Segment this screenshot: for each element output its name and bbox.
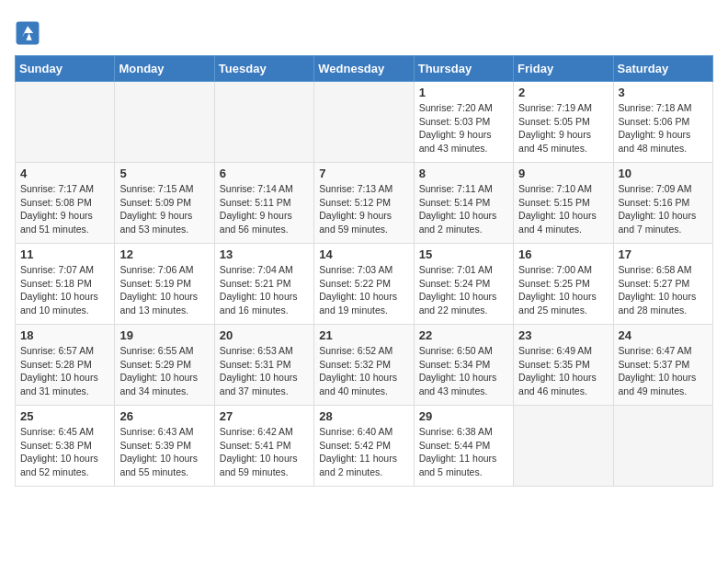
day-number: 20 <box>220 328 309 342</box>
logo <box>15 20 44 46</box>
calendar-cell: 18Sunrise: 6:57 AMSunset: 5:28 PMDayligh… <box>16 325 115 406</box>
day-info: Sunrise: 6:58 AMSunset: 5:27 PMDaylight:… <box>619 263 708 317</box>
calendar-header-thursday: Thursday <box>414 56 513 82</box>
day-number: 27 <box>220 409 309 423</box>
calendar-week-4: 18Sunrise: 6:57 AMSunset: 5:28 PMDayligh… <box>16 325 713 406</box>
calendar-cell <box>115 82 214 163</box>
calendar-cell: 22Sunrise: 6:50 AMSunset: 5:34 PMDayligh… <box>414 325 513 406</box>
day-info: Sunrise: 6:45 AMSunset: 5:38 PMDaylight:… <box>20 425 109 479</box>
day-number: 12 <box>119 247 209 261</box>
calendar-cell: 25Sunrise: 6:45 AMSunset: 5:38 PMDayligh… <box>16 406 115 487</box>
day-number: 7 <box>319 167 408 180</box>
calendar-header-saturday: Saturday <box>613 56 712 82</box>
day-number: 14 <box>319 247 408 261</box>
day-number: 1 <box>419 86 508 99</box>
day-info: Sunrise: 6:40 AMSunset: 5:42 PMDaylight:… <box>319 425 408 479</box>
calendar-cell: 6Sunrise: 7:14 AMSunset: 5:11 PMDaylight… <box>214 163 313 244</box>
day-info: Sunrise: 7:20 AMSunset: 5:03 PMDaylight:… <box>419 101 508 155</box>
day-number: 3 <box>619 86 708 99</box>
calendar-week-3: 11Sunrise: 7:07 AMSunset: 5:18 PMDayligh… <box>16 244 713 325</box>
calendar-week-2: 4Sunrise: 7:17 AMSunset: 5:08 PMDaylight… <box>16 163 713 244</box>
day-info: Sunrise: 6:47 AMSunset: 5:37 PMDaylight:… <box>619 344 708 398</box>
calendar-cell: 14Sunrise: 7:03 AMSunset: 5:22 PMDayligh… <box>314 244 414 325</box>
day-number: 17 <box>619 247 708 261</box>
calendar-cell: 12Sunrise: 7:06 AMSunset: 5:19 PMDayligh… <box>115 244 214 325</box>
day-number: 25 <box>20 409 109 423</box>
calendar-header-monday: Monday <box>115 56 214 82</box>
day-number: 15 <box>419 247 508 261</box>
day-info: Sunrise: 6:55 AMSunset: 5:29 PMDaylight:… <box>119 344 209 398</box>
calendar-cell: 24Sunrise: 6:47 AMSunset: 5:37 PMDayligh… <box>613 325 712 406</box>
day-info: Sunrise: 7:19 AMSunset: 5:05 PMDaylight:… <box>518 101 608 155</box>
day-info: Sunrise: 6:50 AMSunset: 5:34 PMDaylight:… <box>419 344 508 398</box>
calendar-cell: 8Sunrise: 7:11 AMSunset: 5:14 PMDaylight… <box>414 163 513 244</box>
day-number: 19 <box>119 328 209 342</box>
day-info: Sunrise: 6:57 AMSunset: 5:28 PMDaylight:… <box>20 344 109 398</box>
page-header <box>15 15 713 46</box>
calendar-cell: 7Sunrise: 7:13 AMSunset: 5:12 PMDaylight… <box>314 163 414 244</box>
calendar-cell: 1Sunrise: 7:20 AMSunset: 5:03 PMDaylight… <box>414 82 513 163</box>
day-number: 4 <box>20 167 109 180</box>
calendar-cell: 28Sunrise: 6:40 AMSunset: 5:42 PMDayligh… <box>314 406 414 487</box>
logo-icon <box>15 20 40 46</box>
calendar-cell <box>314 82 414 163</box>
day-info: Sunrise: 6:49 AMSunset: 5:35 PMDaylight:… <box>518 344 608 398</box>
calendar-cell: 16Sunrise: 7:00 AMSunset: 5:25 PMDayligh… <box>514 244 613 325</box>
calendar-header-row: SundayMondayTuesdayWednesdayThursdayFrid… <box>16 56 713 82</box>
calendar-table: SundayMondayTuesdayWednesdayThursdayFrid… <box>15 55 713 487</box>
day-info: Sunrise: 7:10 AMSunset: 5:15 PMDaylight:… <box>518 182 608 236</box>
calendar-header-sunday: Sunday <box>16 56 115 82</box>
calendar-cell: 4Sunrise: 7:17 AMSunset: 5:08 PMDaylight… <box>16 163 115 244</box>
day-info: Sunrise: 7:15 AMSunset: 5:09 PMDaylight:… <box>119 182 209 236</box>
calendar-cell: 17Sunrise: 6:58 AMSunset: 5:27 PMDayligh… <box>613 244 712 325</box>
day-number: 9 <box>518 167 608 180</box>
calendar-cell: 5Sunrise: 7:15 AMSunset: 5:09 PMDaylight… <box>115 163 214 244</box>
day-number: 13 <box>220 247 309 261</box>
calendar-header-friday: Friday <box>514 56 613 82</box>
calendar-header-wednesday: Wednesday <box>314 56 414 82</box>
day-info: Sunrise: 7:13 AMSunset: 5:12 PMDaylight:… <box>319 182 408 236</box>
calendar-cell: 11Sunrise: 7:07 AMSunset: 5:18 PMDayligh… <box>16 244 115 325</box>
calendar-cell: 26Sunrise: 6:43 AMSunset: 5:39 PMDayligh… <box>115 406 214 487</box>
day-info: Sunrise: 7:17 AMSunset: 5:08 PMDaylight:… <box>20 182 109 236</box>
day-number: 2 <box>518 86 608 99</box>
calendar-cell: 10Sunrise: 7:09 AMSunset: 5:16 PMDayligh… <box>613 163 712 244</box>
day-number: 29 <box>419 409 508 423</box>
calendar-cell: 27Sunrise: 6:42 AMSunset: 5:41 PMDayligh… <box>214 406 313 487</box>
day-number: 23 <box>518 328 608 342</box>
day-number: 28 <box>319 409 408 423</box>
day-info: Sunrise: 7:11 AMSunset: 5:14 PMDaylight:… <box>419 182 508 236</box>
day-info: Sunrise: 7:09 AMSunset: 5:16 PMDaylight:… <box>619 182 708 236</box>
day-number: 5 <box>119 167 209 180</box>
calendar-cell: 2Sunrise: 7:19 AMSunset: 5:05 PMDaylight… <box>514 82 613 163</box>
day-number: 24 <box>619 328 708 342</box>
calendar-cell: 15Sunrise: 7:01 AMSunset: 5:24 PMDayligh… <box>414 244 513 325</box>
calendar-cell: 20Sunrise: 6:53 AMSunset: 5:31 PMDayligh… <box>214 325 313 406</box>
calendar-week-5: 25Sunrise: 6:45 AMSunset: 5:38 PMDayligh… <box>16 406 713 487</box>
calendar-cell <box>16 82 115 163</box>
day-info: Sunrise: 7:01 AMSunset: 5:24 PMDaylight:… <box>419 263 508 317</box>
calendar-cell <box>613 406 712 487</box>
day-info: Sunrise: 7:00 AMSunset: 5:25 PMDaylight:… <box>518 263 608 317</box>
calendar-cell: 13Sunrise: 7:04 AMSunset: 5:21 PMDayligh… <box>214 244 313 325</box>
day-info: Sunrise: 6:43 AMSunset: 5:39 PMDaylight:… <box>119 425 209 479</box>
day-number: 16 <box>518 247 608 261</box>
day-info: Sunrise: 7:03 AMSunset: 5:22 PMDaylight:… <box>319 263 408 317</box>
day-info: Sunrise: 6:53 AMSunset: 5:31 PMDaylight:… <box>220 344 309 398</box>
day-info: Sunrise: 6:52 AMSunset: 5:32 PMDaylight:… <box>319 344 408 398</box>
day-info: Sunrise: 7:18 AMSunset: 5:06 PMDaylight:… <box>619 101 708 155</box>
calendar-cell <box>214 82 313 163</box>
day-info: Sunrise: 7:14 AMSunset: 5:11 PMDaylight:… <box>220 182 309 236</box>
day-info: Sunrise: 6:42 AMSunset: 5:41 PMDaylight:… <box>220 425 309 479</box>
calendar-cell: 9Sunrise: 7:10 AMSunset: 5:15 PMDaylight… <box>514 163 613 244</box>
day-info: Sunrise: 6:38 AMSunset: 5:44 PMDaylight:… <box>419 425 508 479</box>
calendar-cell: 19Sunrise: 6:55 AMSunset: 5:29 PMDayligh… <box>115 325 214 406</box>
day-number: 6 <box>220 167 309 180</box>
calendar-cell <box>514 406 613 487</box>
calendar-cell: 21Sunrise: 6:52 AMSunset: 5:32 PMDayligh… <box>314 325 414 406</box>
day-number: 10 <box>619 167 708 180</box>
day-info: Sunrise: 7:04 AMSunset: 5:21 PMDaylight:… <box>220 263 309 317</box>
day-number: 18 <box>20 328 109 342</box>
calendar-week-1: 1Sunrise: 7:20 AMSunset: 5:03 PMDaylight… <box>16 82 713 163</box>
day-number: 8 <box>419 167 508 180</box>
